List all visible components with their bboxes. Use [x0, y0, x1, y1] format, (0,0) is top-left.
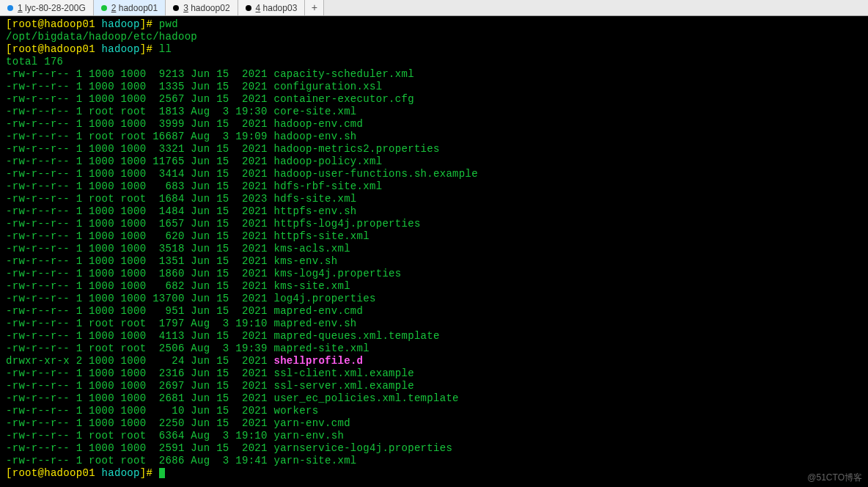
tab-label: 4 hadop03: [256, 3, 298, 13]
prompt-line[interactable]: [root@hadoop01 hadoop]#: [6, 467, 862, 480]
file-row: -rw-r--r-- 1 root root 1797 Aug 3 19:10 …: [6, 318, 862, 330]
file-row: -rw-r--r-- 1 root root 6364 Aug 3 19:10 …: [6, 430, 862, 442]
output-total: total 176: [6, 56, 862, 68]
tab-hadop03[interactable]: 4 hadop03: [238, 0, 306, 15]
file-row: -rw-r--r-- 1 1000 1000 3999 Jun 15 2021 …: [6, 118, 862, 131]
file-row: -rw-r--r-- 1 root root 1684 Jun 15 2023 …: [6, 193, 862, 205]
status-dot-icon: [101, 5, 107, 11]
file-row: -rw-r--r-- 1 1000 1000 620 Jun 15 2021 h…: [6, 230, 862, 243]
file-row: -rw-r--r-- 1 1000 1000 9213 Jun 15 2021 …: [6, 68, 862, 81]
new-tab-button[interactable]: +: [305, 0, 324, 15]
file-row: -rw-r--r-- 1 1000 1000 2681 Jun 15 2021 …: [6, 392, 862, 405]
tab-bar: 1 lyc-80-28-200G2 hadoop013 hadoop024 ha…: [0, 0, 868, 16]
output-cwd: /opt/bigdata/hadoop/etc/hadoop: [6, 31, 862, 43]
tab-label: 2 hadoop01: [111, 3, 158, 13]
file-row: -rw-r--r-- 1 root root 2506 Aug 3 19:39 …: [6, 343, 862, 355]
file-row: -rw-r--r-- 1 root root 1813 Aug 3 19:30 …: [6, 106, 862, 118]
file-row: -rw-r--r-- 1 1000 1000 1335 Jun 15 2021 …: [6, 81, 862, 93]
file-row: -rw-r--r-- 1 1000 1000 682 Jun 15 2021 k…: [6, 280, 862, 293]
cursor-icon: [159, 468, 165, 478]
status-dot-icon: [173, 5, 179, 11]
file-row: -rw-r--r-- 1 1000 1000 2316 Jun 15 2021 …: [6, 367, 862, 380]
status-dot-icon: [246, 5, 251, 11]
file-row: -rw-r--r-- 1 1000 1000 3518 Jun 15 2021 …: [6, 243, 862, 255]
tab-label: 3 hadoop02: [183, 3, 229, 13]
file-row: -rw-r--r-- 1 1000 1000 1484 Jun 15 2021 …: [6, 205, 862, 218]
watermark: @51CTO博客: [807, 472, 862, 484]
prompt-line: [root@hadoop01 hadoop]# ll: [6, 43, 862, 56]
file-row: -rw-r--r-- 1 1000 1000 2567 Jun 15 2021 …: [6, 93, 862, 106]
tab-hadoop02[interactable]: 3 hadoop02: [166, 0, 238, 15]
tab-label: 1 lyc-80-28-200G: [18, 3, 86, 13]
file-row: drwxr-xr-x 2 1000 1000 24 Jun 15 2021 sh…: [6, 355, 862, 367]
file-row: -rw-r--r-- 1 1000 1000 2250 Jun 15 2021 …: [6, 417, 862, 430]
file-row: -rw-r--r-- 1 1000 1000 13700 Jun 15 2021…: [6, 293, 862, 305]
file-row: -rw-r--r-- 1 1000 1000 1860 Jun 15 2021 …: [6, 268, 862, 280]
file-row: -rw-r--r-- 1 1000 1000 1351 Jun 15 2021 …: [6, 255, 862, 268]
file-row: -rw-r--r-- 1 1000 1000 10 Jun 15 2021 wo…: [6, 405, 862, 417]
file-row: -rw-r--r-- 1 1000 1000 2697 Jun 15 2021 …: [6, 380, 862, 392]
file-row: -rw-r--r-- 1 1000 1000 11765 Jun 15 2021…: [6, 155, 862, 168]
file-row: -rw-r--r-- 1 1000 1000 2591 Jun 15 2021 …: [6, 442, 862, 455]
file-row: -rw-r--r-- 1 root root 2686 Aug 3 19:41 …: [6, 455, 862, 467]
terminal[interactable]: [root@hadoop01 hadoop]# pwd/opt/bigdata/…: [0, 16, 868, 487]
file-row: -rw-r--r-- 1 1000 1000 951 Jun 15 2021 m…: [6, 305, 862, 318]
tab-lyc-80-28-200G[interactable]: 1 lyc-80-28-200G: [0, 0, 94, 15]
prompt-line: [root@hadoop01 hadoop]# pwd: [6, 18, 862, 31]
file-row: -rw-r--r-- 1 1000 1000 1657 Jun 15 2021 …: [6, 218, 862, 230]
file-row: -rw-r--r-- 1 1000 1000 3414 Jun 15 2021 …: [6, 168, 862, 180]
file-row: -rw-r--r-- 1 root root 16687 Aug 3 19:09…: [6, 131, 862, 143]
tab-hadoop01[interactable]: 2 hadoop01: [94, 0, 166, 15]
status-dot-icon: [7, 5, 13, 11]
file-row: -rw-r--r-- 1 1000 1000 4113 Jun 15 2021 …: [6, 330, 862, 343]
file-row: -rw-r--r-- 1 1000 1000 3321 Jun 15 2021 …: [6, 143, 862, 155]
file-row: -rw-r--r-- 1 1000 1000 683 Jun 15 2021 h…: [6, 180, 862, 193]
